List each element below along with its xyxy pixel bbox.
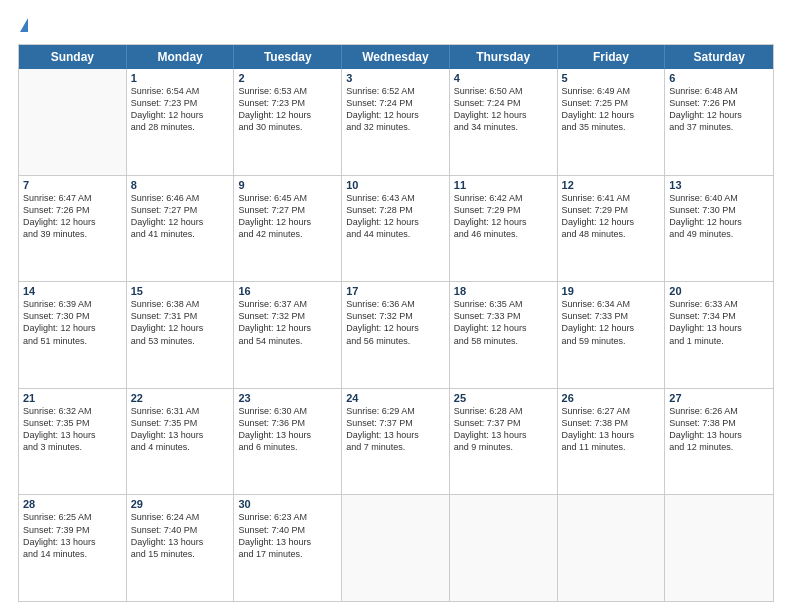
calendar-cell: 2Sunrise: 6:53 AM Sunset: 7:23 PM Daylig… bbox=[234, 69, 342, 175]
day-detail: Sunrise: 6:38 AM Sunset: 7:31 PM Dayligh… bbox=[131, 298, 230, 347]
day-number: 22 bbox=[131, 392, 230, 404]
calendar-header-cell: Friday bbox=[558, 45, 666, 69]
day-detail: Sunrise: 6:49 AM Sunset: 7:25 PM Dayligh… bbox=[562, 85, 661, 134]
day-number: 23 bbox=[238, 392, 337, 404]
day-detail: Sunrise: 6:41 AM Sunset: 7:29 PM Dayligh… bbox=[562, 192, 661, 241]
calendar-header-cell: Sunday bbox=[19, 45, 127, 69]
calendar-cell: 4Sunrise: 6:50 AM Sunset: 7:24 PM Daylig… bbox=[450, 69, 558, 175]
calendar-cell: 28Sunrise: 6:25 AM Sunset: 7:39 PM Dayli… bbox=[19, 495, 127, 601]
day-detail: Sunrise: 6:31 AM Sunset: 7:35 PM Dayligh… bbox=[131, 405, 230, 454]
calendar-cell: 29Sunrise: 6:24 AM Sunset: 7:40 PM Dayli… bbox=[127, 495, 235, 601]
day-number: 13 bbox=[669, 179, 769, 191]
day-number: 25 bbox=[454, 392, 553, 404]
calendar-header-row: SundayMondayTuesdayWednesdayThursdayFrid… bbox=[19, 45, 773, 69]
day-number: 14 bbox=[23, 285, 122, 297]
day-detail: Sunrise: 6:48 AM Sunset: 7:26 PM Dayligh… bbox=[669, 85, 769, 134]
calendar-row: 7Sunrise: 6:47 AM Sunset: 7:26 PM Daylig… bbox=[19, 176, 773, 283]
header bbox=[18, 18, 774, 34]
day-detail: Sunrise: 6:46 AM Sunset: 7:27 PM Dayligh… bbox=[131, 192, 230, 241]
calendar-cell: 22Sunrise: 6:31 AM Sunset: 7:35 PM Dayli… bbox=[127, 389, 235, 495]
day-number: 18 bbox=[454, 285, 553, 297]
day-number: 15 bbox=[131, 285, 230, 297]
day-number: 30 bbox=[238, 498, 337, 510]
calendar-cell: 13Sunrise: 6:40 AM Sunset: 7:30 PM Dayli… bbox=[665, 176, 773, 282]
day-detail: Sunrise: 6:42 AM Sunset: 7:29 PM Dayligh… bbox=[454, 192, 553, 241]
calendar-cell: 3Sunrise: 6:52 AM Sunset: 7:24 PM Daylig… bbox=[342, 69, 450, 175]
day-detail: Sunrise: 6:53 AM Sunset: 7:23 PM Dayligh… bbox=[238, 85, 337, 134]
calendar-body: 1Sunrise: 6:54 AM Sunset: 7:23 PM Daylig… bbox=[19, 69, 773, 601]
day-number: 5 bbox=[562, 72, 661, 84]
day-detail: Sunrise: 6:34 AM Sunset: 7:33 PM Dayligh… bbox=[562, 298, 661, 347]
calendar-cell: 18Sunrise: 6:35 AM Sunset: 7:33 PM Dayli… bbox=[450, 282, 558, 388]
calendar-cell: 12Sunrise: 6:41 AM Sunset: 7:29 PM Dayli… bbox=[558, 176, 666, 282]
calendar-cell: 26Sunrise: 6:27 AM Sunset: 7:38 PM Dayli… bbox=[558, 389, 666, 495]
calendar-cell: 15Sunrise: 6:38 AM Sunset: 7:31 PM Dayli… bbox=[127, 282, 235, 388]
calendar-cell: 6Sunrise: 6:48 AM Sunset: 7:26 PM Daylig… bbox=[665, 69, 773, 175]
day-number: 20 bbox=[669, 285, 769, 297]
day-number: 28 bbox=[23, 498, 122, 510]
calendar-cell: 1Sunrise: 6:54 AM Sunset: 7:23 PM Daylig… bbox=[127, 69, 235, 175]
calendar-cell: 16Sunrise: 6:37 AM Sunset: 7:32 PM Dayli… bbox=[234, 282, 342, 388]
day-number: 4 bbox=[454, 72, 553, 84]
calendar-cell: 14Sunrise: 6:39 AM Sunset: 7:30 PM Dayli… bbox=[19, 282, 127, 388]
day-detail: Sunrise: 6:29 AM Sunset: 7:37 PM Dayligh… bbox=[346, 405, 445, 454]
day-detail: Sunrise: 6:50 AM Sunset: 7:24 PM Dayligh… bbox=[454, 85, 553, 134]
calendar-row: 14Sunrise: 6:39 AM Sunset: 7:30 PM Dayli… bbox=[19, 282, 773, 389]
calendar-cell: 23Sunrise: 6:30 AM Sunset: 7:36 PM Dayli… bbox=[234, 389, 342, 495]
calendar-cell bbox=[19, 69, 127, 175]
day-detail: Sunrise: 6:35 AM Sunset: 7:33 PM Dayligh… bbox=[454, 298, 553, 347]
day-detail: Sunrise: 6:26 AM Sunset: 7:38 PM Dayligh… bbox=[669, 405, 769, 454]
day-detail: Sunrise: 6:45 AM Sunset: 7:27 PM Dayligh… bbox=[238, 192, 337, 241]
day-number: 8 bbox=[131, 179, 230, 191]
calendar-cell: 5Sunrise: 6:49 AM Sunset: 7:25 PM Daylig… bbox=[558, 69, 666, 175]
calendar-cell: 27Sunrise: 6:26 AM Sunset: 7:38 PM Dayli… bbox=[665, 389, 773, 495]
day-number: 21 bbox=[23, 392, 122, 404]
calendar-cell: 30Sunrise: 6:23 AM Sunset: 7:40 PM Dayli… bbox=[234, 495, 342, 601]
logo-triangle-icon bbox=[20, 18, 28, 32]
day-detail: Sunrise: 6:40 AM Sunset: 7:30 PM Dayligh… bbox=[669, 192, 769, 241]
calendar-cell: 8Sunrise: 6:46 AM Sunset: 7:27 PM Daylig… bbox=[127, 176, 235, 282]
calendar-cell bbox=[665, 495, 773, 601]
day-number: 12 bbox=[562, 179, 661, 191]
day-detail: Sunrise: 6:47 AM Sunset: 7:26 PM Dayligh… bbox=[23, 192, 122, 241]
calendar-header-cell: Saturday bbox=[665, 45, 773, 69]
day-detail: Sunrise: 6:24 AM Sunset: 7:40 PM Dayligh… bbox=[131, 511, 230, 560]
day-detail: Sunrise: 6:36 AM Sunset: 7:32 PM Dayligh… bbox=[346, 298, 445, 347]
calendar-header-cell: Monday bbox=[127, 45, 235, 69]
day-detail: Sunrise: 6:33 AM Sunset: 7:34 PM Dayligh… bbox=[669, 298, 769, 347]
day-number: 10 bbox=[346, 179, 445, 191]
day-number: 17 bbox=[346, 285, 445, 297]
calendar-cell: 10Sunrise: 6:43 AM Sunset: 7:28 PM Dayli… bbox=[342, 176, 450, 282]
calendar-header-cell: Tuesday bbox=[234, 45, 342, 69]
day-number: 26 bbox=[562, 392, 661, 404]
calendar: SundayMondayTuesdayWednesdayThursdayFrid… bbox=[18, 44, 774, 602]
day-number: 6 bbox=[669, 72, 769, 84]
calendar-cell: 20Sunrise: 6:33 AM Sunset: 7:34 PM Dayli… bbox=[665, 282, 773, 388]
day-number: 11 bbox=[454, 179, 553, 191]
day-number: 2 bbox=[238, 72, 337, 84]
day-detail: Sunrise: 6:23 AM Sunset: 7:40 PM Dayligh… bbox=[238, 511, 337, 560]
calendar-cell: 11Sunrise: 6:42 AM Sunset: 7:29 PM Dayli… bbox=[450, 176, 558, 282]
day-detail: Sunrise: 6:43 AM Sunset: 7:28 PM Dayligh… bbox=[346, 192, 445, 241]
day-detail: Sunrise: 6:30 AM Sunset: 7:36 PM Dayligh… bbox=[238, 405, 337, 454]
calendar-cell bbox=[558, 495, 666, 601]
day-detail: Sunrise: 6:39 AM Sunset: 7:30 PM Dayligh… bbox=[23, 298, 122, 347]
calendar-header-cell: Thursday bbox=[450, 45, 558, 69]
day-number: 29 bbox=[131, 498, 230, 510]
logo bbox=[18, 18, 28, 34]
day-detail: Sunrise: 6:27 AM Sunset: 7:38 PM Dayligh… bbox=[562, 405, 661, 454]
day-detail: Sunrise: 6:52 AM Sunset: 7:24 PM Dayligh… bbox=[346, 85, 445, 134]
calendar-cell bbox=[450, 495, 558, 601]
calendar-cell: 19Sunrise: 6:34 AM Sunset: 7:33 PM Dayli… bbox=[558, 282, 666, 388]
day-detail: Sunrise: 6:25 AM Sunset: 7:39 PM Dayligh… bbox=[23, 511, 122, 560]
day-number: 19 bbox=[562, 285, 661, 297]
calendar-row: 21Sunrise: 6:32 AM Sunset: 7:35 PM Dayli… bbox=[19, 389, 773, 496]
calendar-header-cell: Wednesday bbox=[342, 45, 450, 69]
day-detail: Sunrise: 6:54 AM Sunset: 7:23 PM Dayligh… bbox=[131, 85, 230, 134]
day-number: 7 bbox=[23, 179, 122, 191]
day-number: 1 bbox=[131, 72, 230, 84]
day-number: 24 bbox=[346, 392, 445, 404]
calendar-cell: 9Sunrise: 6:45 AM Sunset: 7:27 PM Daylig… bbox=[234, 176, 342, 282]
calendar-cell: 7Sunrise: 6:47 AM Sunset: 7:26 PM Daylig… bbox=[19, 176, 127, 282]
page: SundayMondayTuesdayWednesdayThursdayFrid… bbox=[0, 0, 792, 612]
